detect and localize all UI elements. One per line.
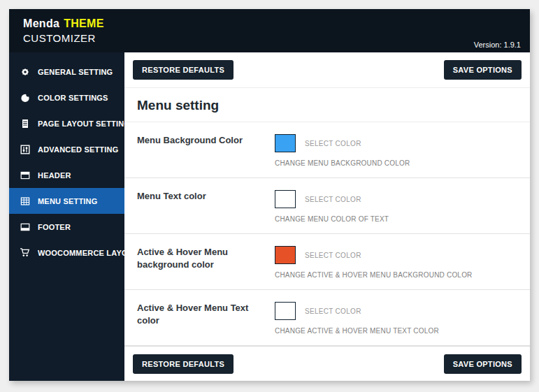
- select-color-label: SELECT COLOR: [305, 196, 361, 203]
- setting-description: CHANGE MENU BACKGROUND COLOR: [275, 159, 410, 167]
- restore-defaults-button-bottom[interactable]: RESTORE DEFAULTS: [133, 354, 233, 374]
- setting-description: CHANGE ACTIVE & HOVER MENU TEXT COLOR: [275, 327, 439, 335]
- page-file-icon: [20, 118, 30, 129]
- sidebar-item-label: HEADER: [38, 171, 71, 180]
- color-swatch-active-hover-menu-text-color[interactable]: [275, 302, 296, 320]
- setting-control: SELECT COLOR CHANGE ACTIVE & HOVER MENU …: [275, 302, 439, 335]
- setting-label: Active & Hover Menu Text color: [137, 302, 275, 335]
- brand-name: Menda: [23, 17, 59, 29]
- cart-icon: [20, 247, 30, 258]
- select-color-label: SELECT COLOR: [305, 252, 361, 259]
- setting-control: SELECT COLOR CHANGE MENU COLOR OF TEXT: [275, 190, 389, 223]
- select-color-label: SELECT COLOR: [305, 307, 361, 315]
- main-content: RESTORE DEFAULTS SAVE OPTIONS Menu setti…: [124, 52, 530, 381]
- sidebar-item-label: PAGE LAYOUT SETTING: [38, 119, 130, 128]
- setting-row: Menu Text color SELECT COLOR CHANGE MENU…: [124, 178, 530, 234]
- header-bar-icon: [20, 170, 30, 180]
- setting-description: CHANGE ACTIVE & HOVER MENU BACKGROUND CO…: [275, 271, 473, 279]
- select-color-label: SELECT COLOR: [305, 140, 361, 147]
- top-toolbar: RESTORE DEFAULTS SAVE OPTIONS: [124, 52, 530, 88]
- sidebar-item-label: COLOR SETTINGS: [38, 94, 108, 102]
- sidebar-item-general-setting[interactable]: GENERAL SETTING: [9, 59, 124, 85]
- setting-description: CHANGE MENU COLOR OF TEXT: [275, 215, 389, 223]
- sidebar-item-label: FOOTER: [38, 223, 71, 231]
- gear-icon: [20, 66, 30, 77]
- footer-bar-icon: [20, 222, 30, 232]
- setting-control: SELECT COLOR CHANGE MENU BACKGROUND COLO…: [275, 134, 410, 167]
- sidebar-item-label: WOOCOMMERCE LAYOUT: [38, 249, 138, 257]
- sidebar-item-menu-setting[interactable]: MENU SETTING: [9, 188, 124, 214]
- customizer-panel: MendaTHEME CUSTOMIZER Version: 1.9.1 GEN…: [9, 9, 530, 381]
- sidebar-item-label: ADVANCED SETTING: [38, 145, 118, 154]
- settings-list: Menu Background Color SELECT COLOR CHANG…: [124, 122, 530, 346]
- setting-label: Active & Hover Menu background color: [137, 246, 275, 279]
- color-swatch-menu-background-color[interactable]: [275, 134, 296, 152]
- sidebar-item-label: GENERAL SETTING: [38, 68, 113, 76]
- setting-control: SELECT COLOR CHANGE ACTIVE & HOVER MENU …: [275, 246, 473, 279]
- body-wrap: GENERAL SETTING COLOR SETTINGS PAGE LAYO…: [9, 52, 530, 381]
- setting-label: Menu Background Color: [137, 134, 275, 167]
- setting-label: Menu Text color: [137, 190, 275, 223]
- version-label: Version: 1.9.1: [474, 41, 521, 49]
- sidebar: GENERAL SETTING COLOR SETTINGS PAGE LAYO…: [9, 52, 124, 381]
- menu-grid-icon: [20, 196, 30, 206]
- app-header: MendaTHEME CUSTOMIZER Version: 1.9.1: [9, 9, 530, 52]
- brand-theme-accent: THEME: [64, 17, 104, 29]
- sidebar-item-footer[interactable]: FOOTER: [9, 214, 124, 240]
- sidebar-item-woocommerce-layout[interactable]: WOOCOMMERCE LAYOUT: [9, 240, 124, 266]
- sidebar-item-color-settings[interactable]: COLOR SETTINGS: [9, 85, 124, 110]
- bottom-toolbar: RESTORE DEFAULTS SAVE OPTIONS: [124, 346, 530, 382]
- color-swatch-menu-text-color[interactable]: [275, 190, 296, 208]
- setting-row: Active & Hover Menu background color SEL…: [124, 234, 530, 290]
- color-adjust-icon: [20, 92, 30, 103]
- save-options-button-bottom[interactable]: SAVE OPTIONS: [444, 354, 522, 374]
- sidebar-item-advanced-setting[interactable]: ADVANCED SETTING: [9, 136, 124, 162]
- sliders-icon: [20, 144, 30, 154]
- sidebar-item-label: MENU SETTING: [38, 197, 98, 205]
- page-title: Menu setting: [137, 98, 517, 113]
- setting-row: Active & Hover Menu Text color SELECT CO…: [124, 290, 530, 346]
- setting-row: Menu Background Color SELECT COLOR CHANG…: [124, 122, 530, 178]
- save-options-button-top[interactable]: SAVE OPTIONS: [444, 60, 522, 80]
- brand: MendaTHEME: [23, 17, 530, 30]
- restore-defaults-button-top[interactable]: RESTORE DEFAULTS: [133, 60, 233, 80]
- sidebar-item-page-layout-setting[interactable]: PAGE LAYOUT SETTING: [9, 110, 124, 136]
- brand-subtitle: CUSTOMIZER: [23, 32, 530, 44]
- sidebar-item-header[interactable]: HEADER: [9, 162, 124, 188]
- color-swatch-active-hover-menu-background-color[interactable]: [275, 246, 296, 264]
